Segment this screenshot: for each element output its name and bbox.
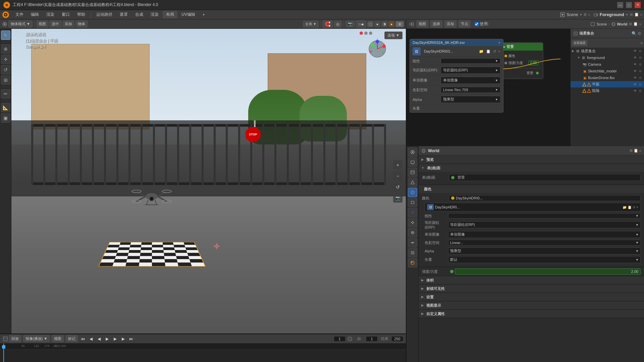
move-tool[interactable]: ✛ xyxy=(1,55,10,64)
menu-edit[interactable]: 编辑 xyxy=(28,11,42,18)
scale-tool[interactable]: ⊞ xyxy=(1,75,10,85)
world-bc-icon-copy[interactable]: 📋 xyxy=(633,22,638,26)
menu-window[interactable]: 窗口 xyxy=(58,11,73,18)
selection-dropdown[interactable]: 选项 ▼ xyxy=(384,32,402,39)
ray-visibility-header[interactable]: ▶ 射线可见性 xyxy=(419,285,644,293)
add-button[interactable]: 添加 xyxy=(62,20,74,27)
object-mode-button[interactable]: 物体模式 ▼ xyxy=(8,20,33,27)
volume-header[interactable]: ▶ 体积 xyxy=(419,276,644,284)
particles-btn[interactable] xyxy=(408,218,417,227)
pl-eye[interactable]: 👁 xyxy=(633,82,637,87)
alpha-dropdown[interactable]: 预乘型▼ xyxy=(441,96,500,103)
menu-file[interactable]: 文件 xyxy=(12,11,27,18)
jump-end[interactable]: ⏭ xyxy=(128,336,134,342)
playback-mode-btn[interactable]: 回放 xyxy=(9,335,21,342)
file-close-icon[interactable]: × xyxy=(498,49,500,53)
proportional-edit[interactable]: ◎ xyxy=(334,21,342,27)
node-node-btn[interactable]: 节点 xyxy=(459,20,471,27)
render-solid[interactable]: ● xyxy=(374,21,380,27)
preview-section-header[interactable]: ▶ 预览 xyxy=(419,156,644,164)
minimize-button[interactable]: — xyxy=(617,2,623,8)
nav-zoom-out[interactable]: − xyxy=(393,171,402,180)
menu-render[interactable]: 渲染 xyxy=(43,11,58,18)
strength-value[interactable]: 2.00 xyxy=(455,268,641,275)
node-view-btn[interactable]: 视图 xyxy=(416,20,428,27)
color-section-header[interactable]: 颜色 xyxy=(419,185,644,193)
extra-tool[interactable]: ▣ xyxy=(1,113,10,123)
outliner-plane[interactable]: 平面 👁 ⊙ xyxy=(571,81,644,87)
ol-all-scenes[interactable]: 全部场景 xyxy=(572,40,587,46)
nav-zoom-in[interactable]: + xyxy=(393,160,402,169)
physics-btn[interactable] xyxy=(408,228,417,237)
world-bc-icon-add[interactable]: ⊞ xyxy=(629,22,632,26)
cam-sel[interactable]: ⊙ xyxy=(638,62,643,67)
menu-help[interactable]: 帮助 xyxy=(74,11,89,18)
annotate-tool[interactable]: ✏ xyxy=(1,89,10,99)
render-wire[interactable]: □ xyxy=(367,21,373,27)
node-editor[interactable]: DaySkyHDRI032A_8K-HDR.exr × 🖼 DaySkyHDRI… xyxy=(406,29,570,146)
color-value[interactable]: DaySkyHDRI0... xyxy=(449,195,641,201)
bd-sel[interactable]: ⊙ xyxy=(638,75,643,80)
node-select-btn[interactable]: 选择 xyxy=(430,20,442,27)
output-props-btn[interactable] xyxy=(408,158,417,167)
modifier-props-btn[interactable] xyxy=(408,208,417,217)
view-camera[interactable]: 📷 xyxy=(345,21,355,27)
outliner-foreground[interactable]: ▼ ⊞ foreground 👁 ⊙ xyxy=(571,54,644,61)
view-render-modes[interactable]: ○● xyxy=(356,20,366,28)
scene-props-btn[interactable] xyxy=(408,178,417,187)
file-open-icon[interactable]: 📁 xyxy=(479,49,484,54)
end-frame-box[interactable]: 250 xyxy=(391,336,403,342)
sf-sel[interactable]: ⊙ xyxy=(638,69,643,73)
world-bc-icon-close[interactable]: × xyxy=(639,22,641,26)
cs-select[interactable]: Linear...▼ xyxy=(448,240,641,246)
start-frame-box[interactable]: 1 xyxy=(366,336,378,342)
outliner-scene-collection[interactable]: ▶ ⊞ 场景集合 👁 ⊙ xyxy=(571,48,644,54)
fg-eye[interactable]: 👁 xyxy=(633,55,637,60)
snap-button[interactable]: 🧲 xyxy=(322,20,333,28)
tex-copy-icon[interactable]: 📋 xyxy=(628,205,632,209)
ol-filter-icon[interactable]: ≡ xyxy=(641,41,643,45)
surface-value[interactable]: 背景 xyxy=(449,174,641,181)
playback-label-btn[interactable]: 报像(播放) ▼ xyxy=(23,335,50,342)
nav-rotate[interactable]: ↺ xyxy=(393,182,402,191)
next-keyframe[interactable]: ▶ xyxy=(120,336,126,342)
measure-tool[interactable]: 📐 xyxy=(1,103,10,112)
menu-plus[interactable]: + xyxy=(199,11,208,18)
node-popup-close[interactable]: × xyxy=(498,41,500,45)
playhead[interactable] xyxy=(3,344,4,349)
world-props-btn[interactable] xyxy=(408,188,417,197)
proj-select[interactable]: 等距圆柱(ERP)▼ xyxy=(448,221,641,228)
file-reload-icon[interactable]: ↺ xyxy=(493,49,496,54)
prev-keyframe[interactable]: ◀ xyxy=(88,336,94,342)
outliner-sketchfab[interactable]: ▣ Sketchfab_model 👁 ⊙ xyxy=(571,68,644,74)
fg-sel[interactable]: ⊙ xyxy=(638,55,643,60)
pl-sel[interactable]: ⊙ xyxy=(638,82,643,87)
alpha-select[interactable]: 预乘型▼ xyxy=(448,247,641,254)
current-frame-box[interactable]: 1 xyxy=(334,336,345,342)
cp-header[interactable]: ▶ 自定义属性 xyxy=(419,310,644,318)
view-btn[interactable]: 视图 xyxy=(52,335,64,342)
outliner-filter-icon[interactable]: ⚙ xyxy=(638,31,641,36)
render-material[interactable]: ◑ xyxy=(381,21,387,27)
bd-eye[interactable]: 👁 xyxy=(633,75,637,80)
cam-eye[interactable]: 👁 xyxy=(633,62,637,67)
outliner-camera[interactable]: 📷 Camera 👁 ⊙ xyxy=(571,61,644,68)
view-layer-btn[interactable] xyxy=(408,168,417,177)
jump-start[interactable]: ⏮ xyxy=(80,336,86,342)
br-sel[interactable]: ⊙ xyxy=(638,88,643,93)
source-select[interactable]: 单张图像▼ xyxy=(448,231,641,238)
sc-eye-icon[interactable]: 👁 xyxy=(633,49,637,53)
linear-dropdown[interactable]: ▼ xyxy=(441,58,500,64)
select-tool[interactable]: ↖ xyxy=(1,31,10,40)
surface-section-header[interactable]: ▼ 表(曲)面 xyxy=(419,164,644,172)
source-dropdown[interactable]: 单张图像▼ xyxy=(441,77,500,84)
menu-composite[interactable]: 合成 xyxy=(132,11,147,18)
viewport[interactable]: STOP xyxy=(11,29,406,334)
file-copy-icon[interactable]: 📋 xyxy=(486,49,491,54)
outliner-barrier[interactable]: 阻隔 👁 ⊙ xyxy=(571,87,644,94)
sc-sel-icon[interactable]: ⊙ xyxy=(638,49,643,53)
data-btn[interactable] xyxy=(408,248,417,257)
constraints-btn[interactable] xyxy=(408,238,417,247)
render-full[interactable]: ● xyxy=(388,21,394,27)
world-close-icon[interactable]: × xyxy=(639,149,641,153)
